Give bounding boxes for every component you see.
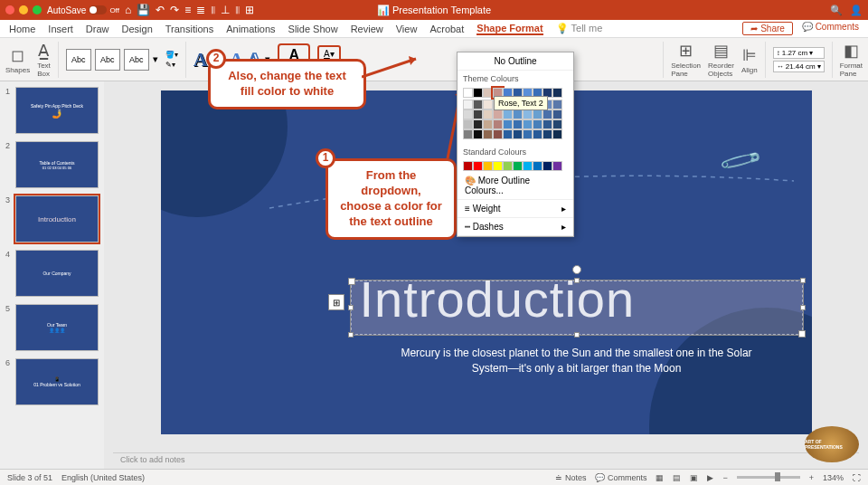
slideshow-view-icon[interactable]: ▶ — [707, 473, 713, 482]
watermark-logo: ART OF PRESENTATIONS — [805, 426, 859, 462]
thumb-5[interactable]: 5Our Team👤👤👤 — [5, 304, 99, 351]
titlebar: AutoSave Off ⌂ 💾 ↶ ↷ ≡≣⫴⊥⫴⊞ 📊 Presentati… — [0, 0, 868, 20]
redo-icon[interactable]: ↷ — [170, 4, 179, 16]
undo-icon[interactable]: ↶ — [156, 4, 165, 16]
zoom-slider[interactable] — [737, 476, 800, 479]
slide-thumbnails: 1Safety Pin App Pitch Deck🤳 2Table of Co… — [0, 81, 104, 469]
zoom-value[interactable]: 134% — [823, 473, 844, 482]
selection-pane-button[interactable]: ⊞Selection Pane — [671, 41, 701, 78]
thumb-6[interactable]: 6📱01 Problem vs Solution — [5, 358, 99, 405]
standard-color-row[interactable] — [458, 160, 573, 172]
search-icon[interactable]: 🔍 — [830, 5, 843, 16]
tab-view[interactable]: View — [396, 24, 418, 34]
tab-review[interactable]: Review — [351, 24, 383, 34]
thumb-3[interactable]: 3Introduction — [5, 195, 99, 242]
share-button[interactable]: ➦ Share — [742, 22, 792, 35]
textbox-button[interactable]: A̲Text Box — [37, 41, 51, 78]
document-title: 📊 Presentation Template — [377, 5, 491, 16]
comments-toggle[interactable]: 💬 Comments — [595, 473, 646, 482]
maximize-icon[interactable] — [33, 5, 42, 14]
svg-marker-1 — [409, 56, 416, 65]
shapes-button[interactable]: ◻Shapes — [5, 45, 30, 74]
minimize-icon[interactable] — [19, 5, 28, 14]
shape-fill-icon[interactable]: 🪣▾ — [165, 51, 178, 59]
slide-heading[interactable]: Introduction — [360, 270, 636, 328]
tab-insert[interactable]: Insert — [48, 24, 73, 34]
fit-icon[interactable]: ⛶ — [853, 473, 861, 482]
layout-options-icon[interactable]: ⊞ — [328, 294, 344, 310]
tab-animations[interactable]: Animations — [226, 24, 275, 34]
theme-colours-label: Theme Colours — [458, 71, 573, 87]
notes-pane[interactable]: Click to add notes — [113, 452, 859, 469]
window-controls[interactable] — [5, 5, 42, 14]
no-outline-option[interactable]: No Outline — [458, 52, 573, 71]
home-icon[interactable]: ⌂ — [125, 4, 131, 16]
ribbon-tabs: Home Insert Draw Design Transitions Anim… — [0, 20, 868, 38]
tell-me[interactable]: 💡 Tell me — [556, 23, 603, 34]
tab-home[interactable]: Home — [9, 24, 35, 34]
reading-view-icon[interactable]: ▣ — [690, 473, 698, 482]
status-bar: Slide 3 of 51 English (United States) ≐ … — [0, 469, 868, 485]
thumb-1[interactable]: 1Safety Pin App Pitch Deck🤳 — [5, 87, 99, 134]
dashes-option[interactable]: ┅ Dashes▸ — [458, 218, 573, 236]
standard-colours-label: Standard Colours — [458, 144, 573, 160]
quick-access-toolbar[interactable]: ⌂ 💾 ↶ ↷ ≡≣⫴⊥⫴⊞ — [125, 4, 254, 16]
shape-styles[interactable]: Abc Abc Abc ▾ — [66, 49, 158, 71]
format-pane-button[interactable]: ◧Format Pane — [840, 41, 863, 78]
more-colours-option[interactable]: 🎨 More Outline Colours... — [458, 172, 573, 200]
autosave-toggle[interactable]: AutoSave Off — [47, 5, 119, 15]
weight-option[interactable]: ≡ Weight▸ — [458, 200, 573, 218]
ribbon: ◻Shapes A̲Text Box Abc Abc Abc ▾ 🪣▾ ✎▾ A… — [0, 38, 868, 81]
callout-2: 2 Also, change the text fill color to wh… — [208, 59, 366, 109]
sorter-view-icon[interactable]: ▤ — [673, 473, 681, 482]
language-label[interactable]: English (United States) — [61, 473, 145, 482]
thumb-2[interactable]: 2Table of Contents01 02 03 04 05 06 — [5, 141, 99, 188]
close-icon[interactable] — [5, 5, 14, 14]
thumb-4[interactable]: 4Our Company — [5, 250, 99, 297]
tab-shape-format[interactable]: Shape Format — [476, 23, 542, 35]
shape-outline-icon[interactable]: ✎▾ — [165, 61, 178, 69]
slide-counter: Slide 3 of 51 — [7, 473, 52, 482]
slide-subtext[interactable]: Mercury is the closest planet to the Sun… — [396, 346, 758, 376]
normal-view-icon[interactable]: ▦ — [656, 473, 664, 482]
tab-slideshow[interactable]: Slide Show — [288, 24, 338, 34]
save-icon[interactable]: 💾 — [137, 4, 150, 16]
tab-transitions[interactable]: Transitions — [165, 24, 213, 34]
reorder-button[interactable]: ▤Reorder Objects — [708, 41, 734, 78]
tab-design[interactable]: Design — [122, 24, 153, 34]
comments-button[interactable]: 💬 Comments — [802, 22, 859, 35]
tab-acrobat[interactable]: Acrobat — [429, 24, 464, 34]
notes-toggle[interactable]: ≐ Notes — [555, 473, 586, 482]
color-tooltip: Rose, Text 2 — [494, 96, 548, 110]
width-input[interactable]: ↔ 21.44 cm ▾ — [773, 61, 825, 72]
arrow-2 — [362, 54, 425, 81]
tab-draw[interactable]: Draw — [86, 24, 109, 34]
svg-line-0 — [362, 59, 416, 77]
align-button[interactable]: ⊫Align — [741, 45, 758, 74]
height-input[interactable]: ↕ 1.27 cm ▾ — [773, 47, 825, 59]
outline-color-dropdown: No Outline Theme Colours Rose, Text 2 St… — [457, 52, 574, 237]
user-icon[interactable]: 👤 — [850, 5, 863, 16]
callout-1: 1 From the dropdown, choose a color for … — [326, 158, 457, 240]
